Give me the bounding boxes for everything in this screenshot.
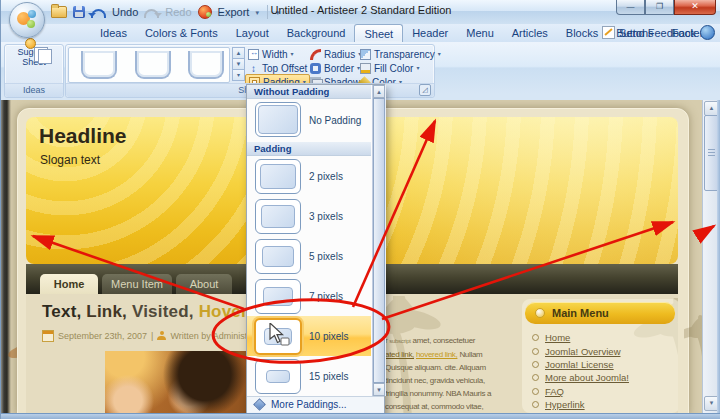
preview-scrollbar[interactable]: ▲ ▼: [702, 100, 718, 413]
dialog-launcher-icon[interactable]: ◿: [419, 84, 431, 96]
padding-thumbnail: [255, 199, 301, 234]
menu-link-hyperlink[interactable]: Hyperlink: [545, 399, 585, 410]
menu-link-joomla-overview[interactable]: Joomla! Overview: [545, 346, 621, 357]
bullet-icon: [532, 348, 539, 355]
article-title: Text, Link, Visited, Hovered: [42, 302, 268, 322]
tab-layout[interactable]: Layout: [227, 24, 278, 42]
hovered-link-sample[interactable]: hovered link,: [416, 350, 457, 359]
tab-background[interactable]: Background: [278, 24, 355, 42]
top-offset-button[interactable]: ↕ Top Offset▾: [248, 61, 313, 75]
radius-icon: [310, 49, 321, 60]
padding-thumbnail: [255, 359, 301, 394]
scrollbar-thumb[interactable]: [373, 98, 385, 383]
visited-link-sample[interactable]: ated link,: [385, 350, 414, 359]
sheet-shape-option[interactable]: [135, 51, 171, 79]
dropdown-section-header: Padding: [247, 142, 371, 156]
tab-header[interactable]: Header: [403, 24, 457, 42]
padding-thumbnail: [254, 318, 302, 355]
fill-color-icon: [360, 63, 371, 74]
bullet-icon: [532, 334, 539, 341]
menu-item-7-pixels[interactable]: 7 pixels: [247, 276, 371, 316]
transparency-icon: [360, 49, 371, 60]
width-icon: [248, 49, 259, 60]
menu-link-faq[interactable]: FAQ: [545, 386, 564, 397]
list-item: Home: [532, 331, 629, 344]
list-item: More about Joomla!: [532, 371, 629, 384]
tab-menu[interactable]: Menu: [457, 24, 503, 42]
nav-menu-item[interactable]: Menu Item: [102, 274, 172, 294]
dropdown-scrollbar[interactable]: ▲ ▼: [372, 85, 386, 396]
tab-sheet[interactable]: Sheet: [354, 24, 403, 43]
transparency-button[interactable]: Transparency▾: [360, 47, 441, 61]
bullet-icon: [532, 361, 539, 368]
artisteer-window: Undo Redo Export ▾ ▾ Untitled - Artistee…: [0, 0, 720, 419]
sheet-shape-option[interactable]: [81, 51, 117, 79]
window-bottom-border: [1, 413, 720, 419]
tab-articles[interactable]: Articles: [503, 24, 557, 42]
menu-link-joomla-license[interactable]: Joomla! License: [545, 359, 614, 370]
window-title: Untitled - Artisteer 2 Standard Edition: [1, 4, 720, 16]
list-item: FAQ: [532, 385, 629, 398]
padding-thumbnail: [255, 239, 301, 274]
gallery-scroll: ▲ ▼ ▾: [232, 47, 245, 80]
nav-home[interactable]: Home: [40, 274, 98, 294]
menu-link-more-about-joomla[interactable]: More about Joomla!: [545, 372, 629, 383]
list-item: Joomla! Overview: [532, 344, 629, 357]
menu-item-no-padding[interactable]: No Padding: [247, 99, 371, 142]
fill-color-button[interactable]: Fill Color▾: [360, 61, 419, 75]
article-date: September 23th, 2007: [58, 331, 147, 341]
article-link-sample[interactable]: Link,: [86, 302, 132, 321]
ribbon-group-ideas: Suggest Sheet Ideas: [4, 44, 64, 98]
chevron-down-icon: ▾: [291, 51, 294, 57]
article-body-text: r subscript amet, consectetuer ated link…: [385, 334, 484, 413]
menu-item-2-pixels[interactable]: 2 pixels: [247, 156, 371, 196]
top-offset-icon: ↕: [248, 63, 259, 74]
gallery-more-icon[interactable]: ▾: [232, 69, 245, 81]
padding-thumbnail: [255, 159, 301, 194]
bullet-icon: [532, 374, 539, 381]
tab-ideas[interactable]: Ideas: [91, 24, 136, 42]
send-feedback-button[interactable]: Send Feedback: [602, 25, 715, 40]
menu-item-3-pixels[interactable]: 3 pixels: [247, 196, 371, 236]
window-controls: — ❐ ✕: [616, 0, 716, 15]
sheet-shape-gallery[interactable]: [68, 47, 230, 83]
author-icon: [157, 331, 166, 340]
application-menu-orb[interactable]: [9, 2, 45, 38]
dropdown-section-header: Without Padding: [247, 85, 371, 99]
tab-blocks[interactable]: Blocks: [557, 24, 607, 42]
border-icon: [310, 63, 321, 74]
sheet-shape-option[interactable]: [188, 51, 224, 79]
menu-link-home[interactable]: Home: [545, 332, 570, 343]
radius-button[interactable]: Radius▾: [310, 47, 361, 61]
menu-item-15-pixels[interactable]: 15 pixels: [247, 356, 371, 396]
main-menu-title: Main Menu: [552, 307, 609, 319]
tab-colors-fonts[interactable]: Colors & Fonts: [136, 24, 227, 42]
send-feedback-label: Send Feedback: [619, 27, 696, 39]
more-paddings-button[interactable]: More Paddings...: [247, 396, 384, 412]
padding-thumbnail: [255, 279, 301, 314]
calendar-icon: [42, 330, 54, 342]
bullet-icon: [532, 401, 539, 408]
help-icon[interactable]: [700, 25, 715, 40]
suggest-sheet-button[interactable]: Suggest Sheet: [8, 47, 60, 81]
menu-item-10-pixels[interactable]: 10 pixels: [247, 316, 371, 356]
close-button[interactable]: ✕: [674, 0, 716, 15]
main-menu-header: Main Menu: [525, 302, 675, 324]
maximize-button[interactable]: ❐: [645, 0, 674, 15]
page-slogan: Slogan text: [40, 153, 100, 167]
padding-thumbnail: [255, 102, 301, 137]
minimize-button[interactable]: —: [616, 0, 645, 15]
ideas-group-label: Ideas: [5, 83, 63, 97]
width-button[interactable]: Width▾: [248, 47, 294, 61]
nav-about[interactable]: About: [176, 274, 232, 294]
menu-item-5-pixels[interactable]: 5 pixels: [247, 236, 371, 276]
bullet-icon: [535, 308, 545, 318]
ribbon-tab-row: Ideas Colors & Fonts Layout Background S…: [1, 24, 720, 43]
border-button[interactable]: Border▾: [310, 61, 360, 75]
feedback-icon: [602, 26, 615, 39]
scroll-down-icon[interactable]: ▼: [373, 383, 385, 396]
scroll-up-icon[interactable]: ▲: [373, 85, 385, 98]
main-menu-list: Home Joomla! Overview Joomla! License Mo…: [532, 331, 629, 411]
bullet-icon: [532, 388, 539, 395]
title-bar: Undo Redo Export ▾ ▾ Untitled - Artistee…: [1, 0, 720, 25]
